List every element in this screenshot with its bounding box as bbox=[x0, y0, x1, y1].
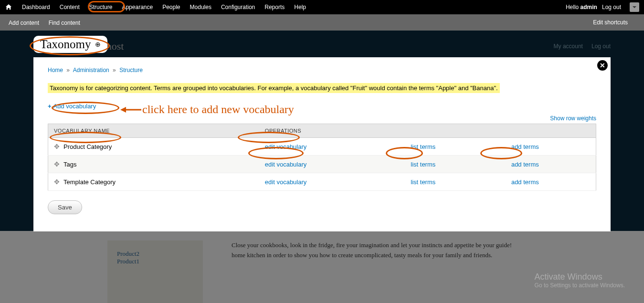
list-terms-link[interactable]: list terms bbox=[411, 143, 435, 150]
watermark-line2: Go to Settings to activate Windows. bbox=[535, 282, 625, 289]
logout-link[interactable]: Log out bbox=[602, 4, 621, 10]
overlay-title-bar: Taxonomy ⊕ bbox=[33, 36, 611, 53]
shortcut-left: Add content Find content bbox=[9, 19, 88, 26]
breadcrumb: Home » Administration » Structure bbox=[48, 67, 596, 73]
table-row: ✥Tags edit vocabulary list terms add ter… bbox=[48, 156, 596, 173]
plus-icon: + bbox=[48, 103, 52, 110]
overlay-title: Taxonomy ⊕ bbox=[33, 36, 107, 53]
show-weights: Show row weights bbox=[48, 115, 596, 122]
admin-menu-left: Dashboard Content Structure Appearance P… bbox=[5, 0, 311, 14]
vocabulary-table: VOCABULARY NAME OPERATIONS ✥Product Cate… bbox=[48, 124, 596, 191]
drag-handle-icon[interactable]: ✥ bbox=[54, 143, 60, 150]
windows-watermark: Activate Windows Go to Settings to activ… bbox=[535, 272, 625, 289]
list-terms-link[interactable]: list terms bbox=[411, 178, 435, 186]
close-overlay-button[interactable]: ✕ bbox=[597, 60, 608, 71]
crumb-home[interactable]: Home bbox=[48, 67, 63, 73]
home-icon[interactable] bbox=[5, 3, 12, 11]
th-operations: OPERATIONS bbox=[259, 124, 596, 138]
menu-dashboard[interactable]: Dashboard bbox=[17, 0, 55, 14]
overlay-panel: Home » Administration » Structure Taxono… bbox=[33, 57, 611, 231]
watermark-line1: Activate Windows bbox=[535, 272, 625, 282]
edit-vocabulary-link[interactable]: edit vocabulary bbox=[265, 143, 306, 150]
shortcut-find-content[interactable]: Find content bbox=[49, 20, 80, 26]
menu-people[interactable]: People bbox=[158, 0, 185, 14]
vocab-name: Template Category bbox=[63, 178, 116, 186]
intro-text: Taxonomy is for categorizing content. Te… bbox=[48, 83, 500, 93]
admin-menu-right: Hello admin Log out bbox=[566, 2, 639, 12]
menu-configuration[interactable]: Configuration bbox=[216, 0, 260, 14]
drag-handle-icon[interactable]: ✥ bbox=[54, 178, 60, 186]
add-terms-link[interactable]: add terms bbox=[511, 178, 539, 186]
edit-vocabulary-link[interactable]: edit vocabulary bbox=[265, 161, 306, 168]
edit-vocabulary-link[interactable]: edit vocabulary bbox=[265, 178, 306, 186]
crumb-structure[interactable]: Structure bbox=[119, 67, 143, 73]
add-terms-link[interactable]: add terms bbox=[511, 161, 539, 168]
table-row: ✥Product Category edit vocabulary list t… bbox=[48, 138, 596, 156]
add-vocabulary-wrap: +Add vocabulary bbox=[48, 103, 596, 110]
menu-help[interactable]: Help bbox=[289, 0, 311, 14]
shortcut-bar: Add content Find content Edit shortcuts bbox=[0, 14, 644, 31]
add-terms-link[interactable]: add terms bbox=[511, 143, 539, 150]
menu-content[interactable]: Content bbox=[55, 0, 84, 14]
toolbar-dropdown[interactable] bbox=[630, 2, 639, 12]
vocab-name: Product Category bbox=[63, 143, 112, 150]
add-shortcut-icon[interactable]: ⊕ bbox=[95, 41, 101, 49]
menu-modules[interactable]: Modules bbox=[185, 0, 216, 14]
shortcut-add-content[interactable]: Add content bbox=[9, 20, 39, 26]
menu-reports[interactable]: Reports bbox=[260, 0, 289, 14]
close-icon: ✕ bbox=[600, 62, 605, 69]
show-row-weights-link[interactable]: Show row weights bbox=[550, 115, 596, 122]
menu-structure[interactable]: Structure bbox=[84, 0, 117, 14]
hello-text: Hello admin bbox=[566, 4, 597, 10]
list-terms-link[interactable]: list terms bbox=[411, 161, 435, 168]
crumb-admin[interactable]: Administration bbox=[73, 67, 109, 73]
table-row: ✥Template Category edit vocabulary list … bbox=[48, 173, 596, 191]
vocab-name: Tags bbox=[63, 161, 76, 168]
th-vocabulary-name: VOCABULARY NAME bbox=[48, 124, 259, 138]
menu-appearance[interactable]: Appearance bbox=[117, 0, 158, 14]
add-vocabulary-link[interactable]: +Add vocabulary bbox=[48, 103, 96, 110]
save-button[interactable]: Save bbox=[48, 200, 82, 214]
shortcut-edit[interactable]: Edit shortcuts bbox=[593, 19, 628, 26]
drag-handle-icon[interactable]: ✥ bbox=[54, 160, 60, 168]
admin-toolbar: Dashboard Content Structure Appearance P… bbox=[0, 0, 644, 14]
